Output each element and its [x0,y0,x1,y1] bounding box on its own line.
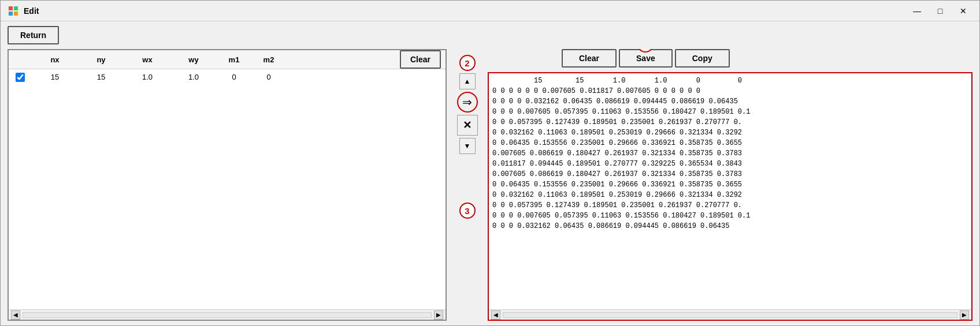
col-nx: nx [32,54,78,65]
col-check [9,54,32,65]
transfer-button[interactable]: ⇒ [457,92,478,113]
right-buttons-row: 5 Clear Save Copy [488,49,972,68]
top-row: Return [8,26,972,44]
scroll-up-button[interactable]: ▲ [459,73,476,89]
cell-nx: 15 [32,72,78,83]
window-title: Edit [24,6,908,16]
left-table: nx ny wx wy m1 m2 Clear [8,49,447,321]
content-area: Return nx ny wx wy m1 [1,21,979,325]
badge-2: 2 [459,55,476,71]
table-row: 15 15 1.0 1.0 0 0 [9,69,446,85]
scroll-down-button[interactable]: ▼ [459,138,476,154]
clear-button-left[interactable]: Clear [400,50,441,69]
badge-3: 3 [459,203,476,219]
row-checkbox-cell [9,73,32,82]
cell-wy: 1.0 [170,72,217,83]
row-checkbox[interactable] [16,73,25,82]
svg-rect-2 [9,12,13,16]
app-icon [8,5,19,17]
col-m2: m2 [251,54,286,65]
left-hscrollbar: ◀ ▶ [9,309,446,320]
right-data-panel: 15 15 1.0 1.0 0 0 0 0 0 0 0 0 0.007605 0… [488,72,972,321]
title-bar: Edit — □ ✕ [1,1,979,21]
right-scroll-left[interactable]: ◀ [491,310,500,320]
clear-button-right[interactable]: Clear [562,49,617,68]
right-hscrollbar: ◀ ▶ [489,309,971,320]
data-display[interactable]: 15 15 1.0 1.0 0 0 0 0 0 0 0 0 0.007605 0… [489,73,971,309]
main-panels: nx ny wx wy m1 m2 Clear [8,49,972,321]
copy-button[interactable]: Copy [675,49,730,68]
left-scroll-right[interactable]: ▶ [434,310,443,320]
cell-m1: 0 [217,72,251,83]
left-scroll-track-h[interactable] [23,312,432,318]
minimize-button[interactable]: — [908,4,926,18]
delete-button[interactable]: ✕ [457,115,478,136]
window-controls: — □ ✕ [908,4,972,18]
cell-wx: 1.0 [124,72,170,83]
right-scroll-track-h[interactable] [503,312,957,318]
col-ny: ny [78,54,124,65]
close-button[interactable]: ✕ [954,4,972,18]
return-button[interactable]: Return [8,26,59,44]
svg-rect-0 [9,6,13,10]
svg-rect-1 [14,6,18,10]
table-body [9,85,446,309]
cell-m2: 0 [251,72,286,83]
left-scroll-left[interactable]: ◀ [11,310,20,320]
maximize-button[interactable]: □ [931,4,949,18]
col-wx: wx [124,54,170,65]
right-scroll-right[interactable]: ▶ [960,310,969,320]
col-wy: wy [170,54,217,65]
main-window: Edit — □ ✕ Return nx [0,0,980,326]
svg-rect-3 [14,12,18,16]
cell-ny: 15 [78,72,124,83]
right-panel: 5 Clear Save Copy 15 15 1.0 1.0 0 0 0 0 … [488,49,972,321]
col-m1: m1 [217,54,251,65]
